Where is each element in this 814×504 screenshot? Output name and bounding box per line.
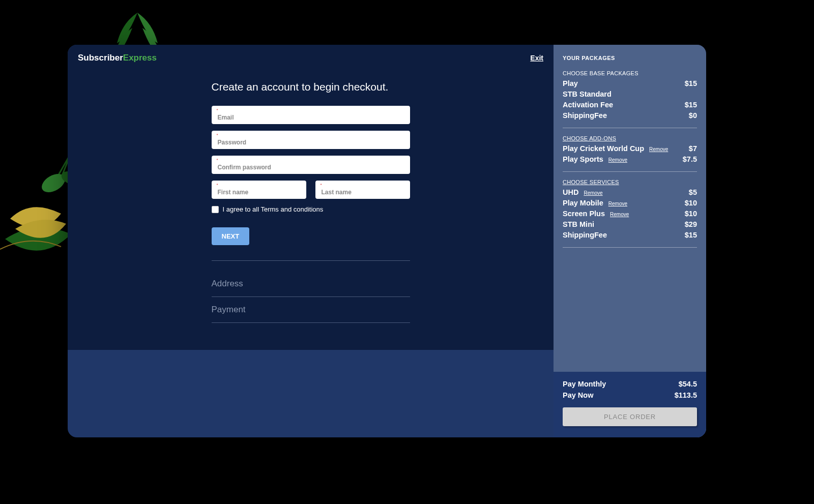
remove-link[interactable]: Remove <box>608 157 627 163</box>
password-field[interactable] <box>212 131 410 149</box>
line-item-price: $7.5 <box>683 155 697 163</box>
line-item: UHDRemove$5 <box>563 188 697 196</box>
pay-now-line: Pay Now $113.5 <box>563 391 697 399</box>
pay-now-value: $113.5 <box>675 391 697 399</box>
app-window: SubscriberExpress Exit Create an account… <box>68 45 706 437</box>
logo: SubscriberExpress <box>78 53 157 63</box>
line-item-name: STB Mini <box>563 220 594 228</box>
place-order-button[interactable]: PLACE ORDER <box>563 407 697 426</box>
line-item-price: $15 <box>685 79 697 87</box>
email-field[interactable] <box>212 106 410 124</box>
remove-link[interactable]: Remove <box>584 190 602 196</box>
pay-monthly-value: $54.5 <box>679 380 697 388</box>
line-item-price: $5 <box>689 188 697 196</box>
line-item-name: Screen Plus <box>563 210 605 218</box>
next-button[interactable]: NEXT <box>212 227 250 245</box>
line-item: ShippingFee$15 <box>563 231 697 239</box>
line-item: STB Standard <box>563 90 697 98</box>
remove-link[interactable]: Remove <box>649 146 668 152</box>
line-item-name: UHD <box>563 188 578 196</box>
password-field-wrapper <box>212 131 410 149</box>
divider <box>212 260 410 261</box>
line-item-name: Activation Fee <box>563 101 613 109</box>
confirm-password-field-wrapper <box>212 156 410 174</box>
email-field-wrapper <box>212 106 410 124</box>
logo-part2: Express <box>123 53 157 63</box>
divider <box>563 128 697 128</box>
line-item-name: ShippingFee <box>563 231 607 239</box>
sidebar-heading: YOUR PACKAGES <box>563 55 697 61</box>
line-item-price: $15 <box>685 231 697 239</box>
line-item-price: $7 <box>689 144 697 153</box>
line-item: STB Mini$29 <box>563 220 697 228</box>
services-list: UHDRemove$5Play MobileRemove$10Screen Pl… <box>563 188 697 239</box>
base-packages-list: Play$15STB StandardActivation Fee$15Ship… <box>563 79 697 120</box>
header: SubscriberExpress Exit <box>68 45 554 68</box>
line-item: Play$15 <box>563 79 697 87</box>
account-form: Create an account to begin checkout. <box>212 68 410 323</box>
line-item-name: Play Cricket World Cup <box>563 144 644 153</box>
terms-checkbox-row: I agree to all Terms and conditions <box>212 205 410 213</box>
form-title: Create an account to begin checkout. <box>212 81 410 93</box>
line-item-name: Play Sports <box>563 155 603 163</box>
line-item-name: ShippingFee <box>563 111 607 120</box>
terms-checkbox[interactable] <box>212 206 219 213</box>
main-panel: SubscriberExpress Exit Create an account… <box>68 45 554 350</box>
base-packages-label: CHOOSE BASE PACKAGES <box>563 70 697 76</box>
services-label[interactable]: CHOOSE SERVICES <box>563 179 697 185</box>
line-item-name: Play Mobile <box>563 199 603 207</box>
pay-monthly-label: Pay Monthly <box>563 380 606 388</box>
pay-now-label: Pay Now <box>563 391 593 399</box>
order-sidebar: YOUR PACKAGES CHOOSE BASE PACKAGES Play$… <box>554 45 706 437</box>
line-item-name: STB Standard <box>563 90 612 98</box>
line-item: Play MobileRemove$10 <box>563 199 697 207</box>
line-item: Play Cricket World CupRemove$7 <box>563 144 697 153</box>
step-payment[interactable]: Payment <box>212 297 410 323</box>
line-item-price: $15 <box>685 101 697 109</box>
line-item-price: $0 <box>689 111 697 120</box>
terms-label: I agree to all Terms and conditions <box>223 205 324 213</box>
last-name-field[interactable] <box>315 181 410 199</box>
line-item-name: Play <box>563 79 578 87</box>
line-item: ShippingFee$0 <box>563 111 697 120</box>
first-name-field-wrapper <box>212 181 306 199</box>
addons-label[interactable]: CHOOSE ADD-ONS <box>563 135 697 141</box>
order-summary: Pay Monthly $54.5 Pay Now $113.5 PLACE O… <box>554 372 706 437</box>
divider <box>563 171 697 172</box>
line-item-price: $10 <box>685 199 697 207</box>
logo-part1: Subscriber <box>78 53 123 63</box>
line-item: Screen PlusRemove$10 <box>563 210 697 218</box>
addons-list: Play Cricket World CupRemove$7Play Sport… <box>563 144 697 163</box>
remove-link[interactable]: Remove <box>610 212 629 217</box>
line-item-price: $29 <box>685 220 697 228</box>
first-name-field[interactable] <box>212 181 306 199</box>
pay-monthly-line: Pay Monthly $54.5 <box>563 380 697 388</box>
last-name-field-wrapper <box>315 181 410 199</box>
divider <box>563 247 697 248</box>
line-item: Activation Fee$15 <box>563 101 697 109</box>
remove-link[interactable]: Remove <box>608 201 627 206</box>
step-address[interactable]: Address <box>212 271 410 297</box>
line-item: Play SportsRemove$7.5 <box>563 155 697 163</box>
confirm-password-field[interactable] <box>212 156 410 174</box>
line-item-price: $10 <box>685 210 697 218</box>
exit-link[interactable]: Exit <box>530 54 543 62</box>
